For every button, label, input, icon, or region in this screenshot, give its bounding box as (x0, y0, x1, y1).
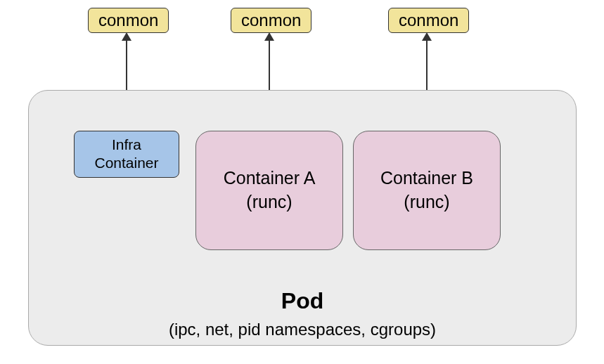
container-a-box: Container A (runc) (195, 131, 343, 250)
conmon-box-2: conmon (231, 8, 311, 33)
container-b-box: Container B (runc) (353, 131, 501, 250)
pod-subtitle: (ipc, net, pid namespaces, cgroups) (29, 320, 576, 339)
pod-title: Pod (29, 288, 576, 314)
container-a-line1: Container A (224, 167, 316, 190)
container-b-line1: Container B (380, 167, 473, 190)
conmon-box-1: conmon (88, 8, 169, 33)
container-a-line2: (runc) (246, 190, 292, 214)
infra-line1: Infra (75, 136, 179, 154)
infra-container-box: Infra Container (74, 131, 179, 178)
infra-line2: Container (75, 154, 179, 172)
container-b-line2: (runc) (404, 190, 449, 214)
conmon-box-3: conmon (388, 8, 469, 33)
